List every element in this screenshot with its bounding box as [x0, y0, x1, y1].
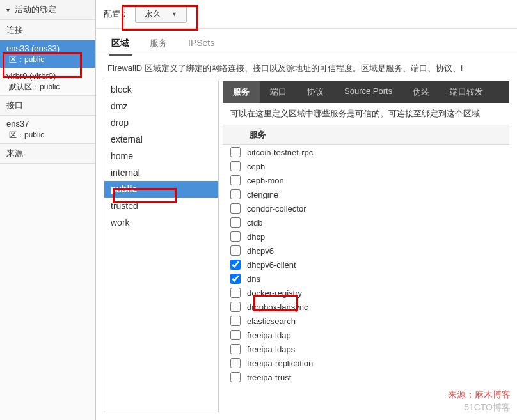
service-item-ceph-mon[interactable]: ceph-mon	[223, 173, 509, 187]
zone-item-home[interactable]: home	[104, 148, 218, 164]
service-checkbox[interactable]	[230, 288, 241, 298]
sub-tab-伪装[interactable]: 伪装	[402, 81, 440, 103]
sources-label: 来源	[0, 143, 95, 164]
service-checkbox[interactable]	[230, 203, 241, 214]
interfaces-label: 接口	[0, 95, 95, 116]
left-sidebar: ▾ 活动的绑定 连接 ens33 (ens33) 区：public virbr0…	[0, 0, 96, 420]
service-checkbox[interactable]	[230, 274, 241, 284]
service-item-condor-collector[interactable]: condor-collector	[223, 201, 509, 215]
zone-description: FirewallD 区域定义了绑定的网络连接、接口以及源地址的可信程度。区域是服…	[96, 56, 517, 81]
config-bar: 配置： 永久 ▼	[96, 0, 517, 29]
active-binding-header[interactable]: ▾ 活动的绑定	[0, 0, 95, 20]
main-panel: 配置： 永久 ▼ 区域 服务 IPSets FirewallD 区域定义了绑定的…	[96, 0, 517, 420]
service-item-docker-registry[interactable]: docker-registry	[223, 286, 509, 300]
service-checkbox[interactable]	[230, 344, 241, 354]
content-row: blockdmzdropexternalhomeinternalpublictr…	[96, 81, 517, 420]
service-label: docker-registry	[247, 288, 302, 298]
service-checkbox[interactable]	[230, 175, 241, 185]
service-item-freeipa-trust[interactable]: freeipa-trust	[223, 370, 509, 384]
sub-tabs: 服务端口协议Source Ports伪装端口转发	[223, 81, 509, 103]
service-checkbox[interactable]	[230, 217, 241, 228]
services-header-row: 服务	[223, 125, 509, 145]
services-description: 可以在这里定义区域中哪些服务是可信的。可连接至绑定到这个区域	[223, 103, 509, 125]
service-item-freeipa-replication[interactable]: freeipa-replication	[223, 356, 509, 370]
zone-item-work[interactable]: work	[104, 214, 218, 231]
service-item-dhcpv6[interactable]: dhcpv6	[223, 244, 509, 258]
service-label: cfengine	[247, 190, 278, 199]
service-checkbox[interactable]	[230, 372, 241, 382]
sub-tab-协议[interactable]: 协议	[297, 81, 334, 103]
chevron-down-icon: ▾	[6, 6, 10, 13]
service-label: elasticsearch	[247, 316, 296, 326]
service-item-elasticsearch[interactable]: elasticsearch	[223, 314, 509, 328]
dropdown-value: 永久	[145, 8, 161, 20]
interface-ens37[interactable]: ens37 区：public	[0, 116, 95, 143]
zone-item-trusted[interactable]: trusted	[104, 198, 218, 214]
service-item-dropbox-lansync[interactable]: dropbox-lansync	[223, 300, 509, 314]
service-item-freeipa-ldaps[interactable]: freeipa-ldaps	[223, 342, 509, 356]
service-item-ceph[interactable]: ceph	[223, 159, 509, 173]
service-checkbox[interactable]	[230, 147, 241, 157]
service-item-dhcp[interactable]: dhcp	[223, 229, 509, 244]
service-checkbox[interactable]	[230, 231, 241, 242]
service-label: ceph	[247, 162, 265, 171]
active-binding-label: 活动的绑定	[15, 4, 56, 14]
service-checkbox[interactable]	[230, 302, 241, 312]
service-checkbox[interactable]	[230, 330, 241, 340]
zone-config-panel: 服务端口协议Source Ports伪装端口转发 可以在这里定义区域中哪些服务是…	[223, 81, 509, 412]
zone-item-drop[interactable]: drop	[104, 114, 218, 131]
connections-label: 连接	[0, 20, 95, 40]
service-item-dhcpv6-client[interactable]: dhcpv6-client	[223, 258, 509, 272]
watermark-cto: 51CTO博客	[464, 402, 511, 414]
tab-zone[interactable]: 区域	[109, 34, 132, 56]
config-dropdown[interactable]: 永久 ▼	[135, 5, 187, 23]
sub-tab-服务[interactable]: 服务	[223, 81, 260, 103]
service-label: dropbox-lansync	[247, 302, 308, 312]
service-checkbox[interactable]	[230, 260, 241, 270]
service-label: bitcoin-testnet-rpc	[247, 148, 313, 157]
config-label: 配置：	[104, 8, 129, 20]
service-label: freeipa-replication	[247, 359, 313, 368]
connection-name: virbr0 (virbr0)	[6, 70, 89, 82]
service-item-bitcoin-testnet-rpc[interactable]: bitcoin-testnet-rpc	[223, 145, 509, 159]
tab-services[interactable]: 服务	[147, 34, 170, 56]
service-item-ctdb[interactable]: ctdb	[223, 215, 509, 229]
connection-name: ens33 (ens33)	[6, 43, 89, 54]
service-checkbox[interactable]	[230, 161, 241, 171]
zone-item-block[interactable]: block	[104, 81, 218, 98]
service-checkbox[interactable]	[230, 358, 241, 368]
sub-tab-端口转发[interactable]: 端口转发	[440, 81, 493, 103]
chevron-down-icon: ▼	[171, 11, 177, 17]
zone-item-dmz[interactable]: dmz	[104, 98, 218, 114]
service-label: freeipa-ldap	[247, 331, 291, 340]
service-label: freeipa-ldaps	[247, 345, 295, 354]
service-item-freeipa-ldap[interactable]: freeipa-ldap	[223, 328, 509, 342]
connection-zone: 区：public	[6, 54, 89, 65]
zone-item-external[interactable]: external	[104, 131, 218, 148]
connection-ens33[interactable]: ens33 (ens33) 区：public	[0, 40, 95, 68]
service-checkbox[interactable]	[230, 189, 241, 199]
zone-item-internal[interactable]: internal	[104, 164, 218, 181]
service-item-dns[interactable]: dns	[223, 272, 509, 286]
service-label: dhcpv6-client	[247, 260, 296, 270]
service-label: dhcp	[247, 232, 265, 242]
zone-item-public[interactable]: public	[104, 181, 218, 198]
service-item-cfengine[interactable]: cfengine	[223, 187, 509, 201]
service-label: dhcpv6	[247, 246, 274, 256]
interface-zone: 区：public	[6, 130, 89, 141]
interfaces-list: ens37 区：public	[0, 116, 95, 143]
tab-ipsets[interactable]: IPSets	[186, 34, 217, 56]
watermark-source: 来源：麻木博客	[448, 389, 511, 401]
sub-tab-端口[interactable]: 端口	[260, 81, 297, 103]
connection-virbr0[interactable]: virbr0 (virbr0) 默认区：public	[0, 68, 95, 95]
service-checkbox[interactable]	[230, 316, 241, 326]
connections-list: ens33 (ens33) 区：public virbr0 (virbr0) 默…	[0, 40, 95, 95]
service-checkbox[interactable]	[230, 245, 241, 256]
service-label: condor-collector	[247, 204, 306, 214]
service-label: ctdb	[247, 218, 263, 228]
service-list: bitcoin-testnet-rpccephceph-moncfenginec…	[223, 145, 509, 412]
check-column	[230, 129, 250, 141]
connection-zone: 默认区：public	[6, 82, 89, 93]
sub-tab-Source Ports[interactable]: Source Ports	[334, 81, 402, 103]
zone-list: blockdmzdropexternalhomeinternalpublictr…	[104, 81, 219, 412]
